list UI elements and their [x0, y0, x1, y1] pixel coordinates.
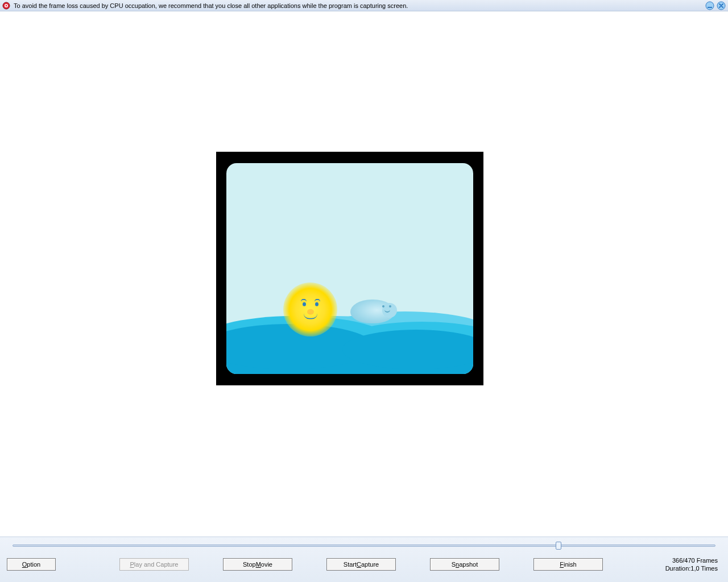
work-area [0, 11, 728, 537]
titlebar: To avoid the frame loss caused by CPU oc… [0, 0, 728, 11]
movie-preview-canvas [226, 163, 473, 374]
movie-preview-frame [216, 152, 483, 385]
button-row: Option Play and Capture Stop Movie Start… [0, 556, 728, 572]
title-text: To avoid the frame loss caused by CPU oc… [14, 2, 408, 9]
progress-slider[interactable] [13, 542, 715, 550]
stop-movie-button[interactable]: Stop Movie [223, 558, 292, 571]
duration-status: Duration:1,0 Times [665, 564, 718, 572]
sun-character-icon [283, 282, 337, 336]
cloud-character-icon [350, 300, 395, 323]
svg-point-2 [6, 5, 7, 6]
frames-status: 366/470 Frames [665, 556, 718, 564]
svg-point-3 [706, 2, 714, 10]
start-capture-button[interactable]: Start Capture [326, 558, 396, 571]
status-text: 366/470 Frames Duration:1,0 Times [665, 556, 722, 572]
bottom-bar: Option Play and Capture Stop Movie Start… [0, 537, 728, 582]
svg-rect-4 [708, 7, 712, 8]
app-window: To avoid the frame loss caused by CPU oc… [0, 0, 728, 582]
snapshot-button[interactable]: Snapshot [430, 558, 499, 571]
progress-slider-thumb[interactable] [556, 542, 561, 550]
sea-wave-front [226, 341, 473, 374]
progress-slider-track [13, 544, 715, 547]
option-button[interactable]: Option [7, 558, 56, 571]
record-icon [2, 2, 10, 10]
minimize-button[interactable] [705, 1, 714, 10]
play-and-capture-button: Play and Capture [119, 558, 189, 571]
close-button[interactable] [717, 1, 726, 10]
finish-button[interactable]: Finish [533, 558, 603, 571]
